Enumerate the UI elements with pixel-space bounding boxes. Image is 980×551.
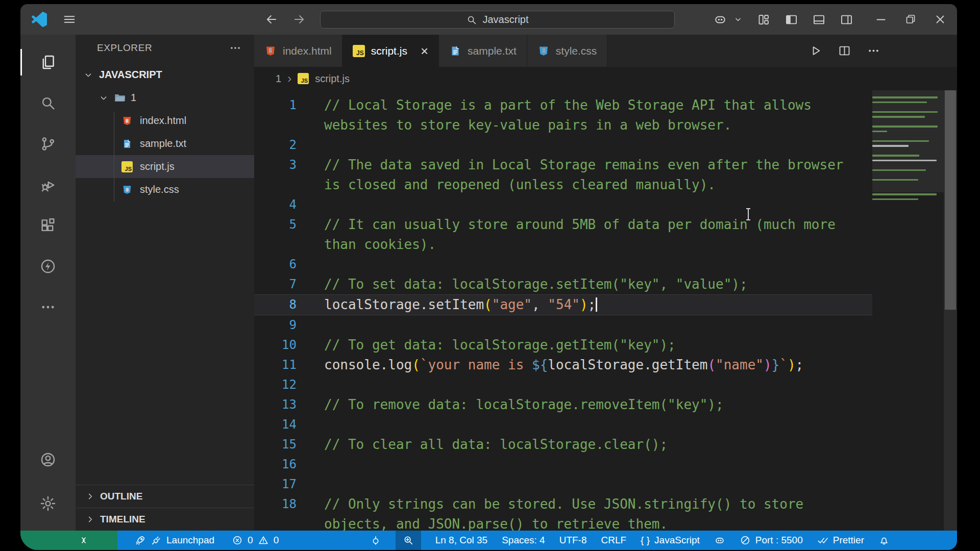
folder-item[interactable]: 1 [76, 86, 254, 109]
restore-button[interactable] [904, 13, 917, 26]
code-line-12[interactable]: 12 [254, 375, 872, 395]
file-item-script.js[interactable]: JSscript.js [76, 155, 254, 178]
menu-icon[interactable] [62, 12, 77, 27]
code-line-4[interactable]: 4 [254, 195, 872, 215]
code-line-16[interactable]: 16 [254, 455, 872, 474]
code-line-14[interactable]: 14 [254, 415, 872, 435]
activity-explorer[interactable] [20, 42, 76, 83]
code-line-2[interactable]: 2 [254, 135, 872, 155]
code-text [310, 255, 872, 274]
code-text: // It can usually store around 5MB of da… [310, 215, 872, 235]
statusbar-ports[interactable] [370, 531, 381, 550]
breadcrumb[interactable]: 1 › JS script.js [254, 67, 957, 90]
statusbar-zoom-indicator[interactable] [396, 531, 421, 550]
html-file-icon: 5 [264, 45, 277, 57]
code-line-7[interactable]: 7// To set data: localStorage.setItem("k… [254, 274, 872, 294]
explorer-more-actions-icon[interactable] [229, 41, 242, 55]
activity-extensions[interactable] [20, 205, 76, 246]
code-line-18[interactable]: 18// Only strings can be stored. Use JSO… [254, 494, 872, 514]
tab-script.js[interactable]: JSscript.js× [342, 35, 439, 67]
breadcrumb-separator-icon: › [287, 71, 291, 86]
file-item-index.html[interactable]: 5index.html [76, 109, 254, 132]
statusbar-live-server-port[interactable]: Port : 5500 [740, 531, 803, 550]
code-text: // To clear all data: localStorage.clear… [310, 435, 872, 455]
scrollbar-thumb[interactable] [945, 90, 956, 310]
statusbar-notifications[interactable] [878, 531, 890, 550]
section-timeline[interactable]: TIMELINE [76, 508, 254, 531]
activity-bar [20, 35, 76, 531]
statusbar-problems[interactable]: 00 [232, 531, 279, 550]
code-text: // To get data: localStorage.getItem("ke… [310, 335, 872, 355]
account-icon [39, 451, 57, 468]
statusbar-indentation[interactable]: Spaces: 4 [502, 531, 545, 550]
go-back-button[interactable] [264, 12, 279, 27]
more-h-icon[interactable] [867, 44, 880, 58]
tab-index.html[interactable]: 5index.html [254, 35, 342, 67]
statusbar-encoding[interactable]: UTF-8 [559, 531, 587, 550]
code-line-5-wrap[interactable]: than cookies). [254, 235, 872, 255]
code-line-5[interactable]: 5// It can usually store around 5MB of d… [254, 215, 872, 235]
code-line-1-wrap[interactable]: websites to store key-value pairs in a w… [254, 115, 872, 135]
go-forward-button[interactable] [292, 12, 306, 27]
toggle-primary-sidebar-button[interactable] [785, 13, 798, 27]
file-item-style.css[interactable]: 3style.css [76, 178, 254, 201]
chevron-down-icon[interactable] [733, 14, 743, 24]
editor[interactable]: 1// Local Storage is a part of the Web S… [254, 90, 957, 531]
bell-icon [878, 535, 890, 546]
code-line-11[interactable]: 11console.log(`your name is ${localStora… [254, 355, 872, 375]
search-icon [39, 94, 57, 112]
statusbar-cursor-position[interactable]: Ln 8, Col 35 [435, 531, 487, 550]
statusbar-launchpad[interactable]: Launchpad [135, 531, 214, 550]
breadcrumb-folder[interactable]: 1 [276, 73, 281, 85]
copilot-icon[interactable] [713, 12, 727, 27]
statusbar-remote-indicator[interactable] [20, 531, 117, 550]
statusbar-copilot-status[interactable] [714, 531, 725, 550]
code-line-3[interactable]: 3// The data saved in Local Storage rema… [254, 155, 872, 175]
code-line-3-wrap[interactable]: is closed and reopened (unless cleared m… [254, 175, 872, 195]
minimize-button[interactable] [874, 13, 888, 26]
statusbar-prettier[interactable]: Prettier [817, 531, 864, 550]
debug-icon [39, 176, 57, 193]
vertical-scrollbar[interactable] [944, 90, 957, 531]
command-center-search[interactable]: Javascript [320, 11, 675, 29]
code-line-6[interactable]: 6 [254, 255, 872, 274]
code-line-8[interactable]: 8localStorage.setItem("age", "54"); [254, 294, 872, 315]
statusbar-eol[interactable]: CRLF [601, 531, 626, 550]
language-mode-label: JavaScript [654, 535, 700, 546]
activity-thunder-client[interactable] [20, 246, 76, 287]
activity-settings[interactable] [20, 482, 76, 525]
code-line-15[interactable]: 15// To clear all data: localStorage.cle… [254, 435, 872, 455]
tab-style.css[interactable]: 3style.css [527, 35, 608, 67]
file-item-sample.txt[interactable]: sample.txt [76, 132, 254, 155]
line-number: 9 [254, 315, 310, 335]
toggle-panel-button[interactable] [812, 13, 826, 27]
html-file-icon: 5 [121, 115, 133, 127]
code-line-18-wrap[interactable]: objects, and JSON.parse() to retrieve th… [254, 514, 872, 531]
code-line-9[interactable]: 9 [254, 315, 872, 335]
close-tab-icon[interactable]: × [421, 44, 428, 58]
activity-search[interactable] [20, 83, 76, 123]
code-line-17[interactable]: 17 [254, 474, 872, 494]
customize-layout-button[interactable] [757, 13, 771, 27]
activity-source-control[interactable] [20, 123, 76, 164]
close-button[interactable] [934, 13, 947, 26]
code-text: // To set data: localStorage.setItem("ke… [310, 274, 872, 294]
code-line-10[interactable]: 10// To get data: localStorage.getItem("… [254, 335, 872, 355]
search-text: Javascript [482, 14, 528, 26]
breadcrumb-file[interactable]: script.js [315, 73, 350, 85]
section-outline[interactable]: OUTLINE [76, 485, 254, 508]
statusbar-language-mode[interactable]: { }JavaScript [641, 531, 700, 550]
activity-run-and-debug[interactable] [20, 164, 76, 205]
svg-text:5: 5 [269, 47, 272, 53]
minimap[interactable] [872, 90, 944, 531]
code-line-13[interactable]: 13// To remove data: localStorage.remove… [254, 395, 872, 415]
code-area[interactable]: 1// Local Storage is a part of the Web S… [254, 90, 872, 531]
play-icon[interactable] [808, 44, 822, 58]
toggle-secondary-sidebar-button[interactable] [840, 13, 853, 27]
tab-sample.txt[interactable]: sample.txt [439, 35, 527, 67]
workspace-root[interactable]: JAVASCRIPT [76, 63, 254, 86]
activity-more-views[interactable] [20, 287, 76, 328]
activity-accounts[interactable] [20, 438, 76, 482]
split-editor-icon[interactable] [838, 44, 851, 58]
code-line-1[interactable]: 1// Local Storage is a part of the Web S… [254, 95, 872, 115]
